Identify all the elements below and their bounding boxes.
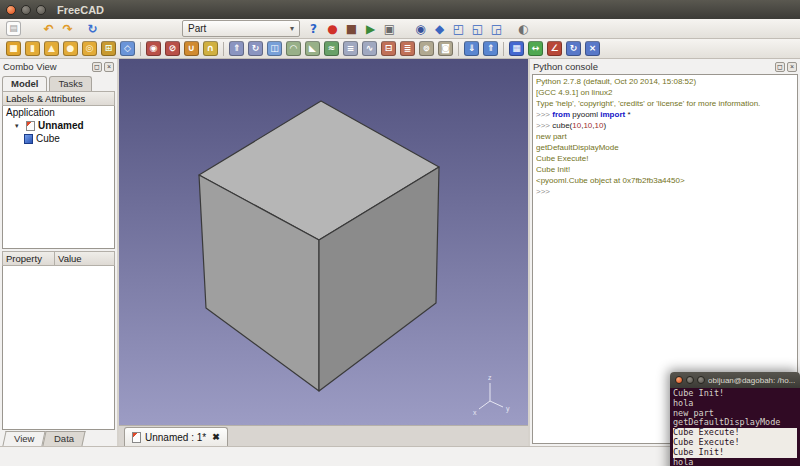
part-thickness-icon[interactable]: ◙ bbox=[436, 39, 455, 58]
terminal-title: obijuan@dagobah: /ho... bbox=[708, 376, 795, 385]
part-mirror-icon[interactable]: ◫ bbox=[265, 39, 284, 58]
combo-view-header: Combo View ◻ × bbox=[0, 59, 117, 74]
part-import-icon[interactable]: ⇓ bbox=[462, 39, 481, 58]
new-document-icon[interactable]: ▤ bbox=[4, 19, 23, 38]
part-loft-icon[interactable]: ≡ bbox=[341, 39, 360, 58]
macro-edit-icon[interactable]: ▣ bbox=[380, 19, 399, 38]
part-torus-icon[interactable]: ◎ bbox=[80, 39, 99, 58]
window-maximize-icon[interactable] bbox=[36, 5, 46, 15]
tab-model[interactable]: Model bbox=[2, 76, 47, 91]
toolbar-main-right: ?●■▶▣◉◆◰◱◲◐ bbox=[300, 19, 533, 38]
freecad-document-icon bbox=[132, 432, 141, 443]
tab-tasks[interactable]: Tasks bbox=[49, 76, 91, 91]
part-offset-icon[interactable]: ⊚ bbox=[417, 39, 436, 58]
tree-item-cube[interactable]: Cube bbox=[3, 132, 114, 145]
freecad-window: FreeCAD ▤↶↷↻ Part ▾ ?●■▶▣◉◆◰◱◲◐ ■▮▲●◎⊞◇◉… bbox=[0, 0, 800, 466]
terminal-window[interactable]: obijuan@dagobah: /ho... Cube Init!holane… bbox=[670, 372, 800, 466]
tree-item-label: Cube bbox=[36, 133, 60, 144]
icon-glyph: ↻ bbox=[566, 41, 581, 56]
toolbar-main-left: ▤↶↷↻ bbox=[4, 19, 182, 38]
icon-glyph: ↻ bbox=[85, 21, 100, 36]
3d-viewport[interactable]: z y x bbox=[119, 59, 528, 425]
tab-view-label: View bbox=[14, 433, 34, 444]
console-line: Python 2.7.8 (default, Oct 20 2014, 15:0… bbox=[536, 76, 794, 87]
part-box-icon[interactable]: ■ bbox=[4, 39, 23, 58]
part-sweep-icon[interactable]: ∿ bbox=[360, 39, 379, 58]
tree-item-unnamed[interactable]: ▾Unnamed bbox=[3, 119, 114, 132]
refresh-icon[interactable]: ↻ bbox=[83, 19, 102, 38]
undo-icon[interactable]: ↶ bbox=[39, 19, 58, 38]
tab-data[interactable]: Data bbox=[43, 431, 86, 446]
part-cut-icon[interactable]: ⊘ bbox=[163, 39, 182, 58]
float-panel-icon[interactable]: ◻ bbox=[775, 62, 785, 72]
icon-glyph: ◆ bbox=[432, 21, 447, 36]
workbench-selector[interactable]: Part ▾ bbox=[182, 20, 300, 37]
tree-item-label: Unnamed bbox=[38, 120, 84, 131]
part-shape-builder-icon[interactable]: ◇ bbox=[118, 39, 137, 58]
right-view-icon[interactable]: ◲ bbox=[487, 19, 506, 38]
window-close-icon[interactable] bbox=[6, 5, 16, 15]
icon-glyph: ⇓ bbox=[464, 41, 479, 56]
icon-glyph: ∠ bbox=[547, 41, 562, 56]
value-column-header[interactable]: Value bbox=[54, 251, 115, 266]
close-panel-icon[interactable]: × bbox=[787, 62, 797, 72]
close-panel-icon[interactable]: × bbox=[104, 62, 114, 72]
redo-icon[interactable]: ↷ bbox=[58, 19, 77, 38]
top-view-icon[interactable]: ◱ bbox=[468, 19, 487, 38]
terminal-line: hola bbox=[673, 458, 797, 466]
document-tab-bar: Unnamed : 1* ✖ bbox=[119, 425, 528, 446]
window-minimize-icon[interactable] bbox=[21, 5, 31, 15]
part-revolve-icon[interactable]: ↻ bbox=[246, 39, 265, 58]
box-selection-icon[interactable]: ▦ bbox=[507, 39, 526, 58]
part-ruled-surface-icon[interactable]: ≈ bbox=[322, 39, 341, 58]
part-intersection-icon[interactable]: ∩ bbox=[201, 39, 220, 58]
part-boolean-icon[interactable]: ◉ bbox=[144, 39, 163, 58]
document-tab[interactable]: Unnamed : 1* ✖ bbox=[124, 427, 228, 446]
expander-icon[interactable]: ▾ bbox=[15, 122, 23, 130]
terminal-close-icon[interactable] bbox=[675, 376, 683, 384]
terminal-maximize-icon[interactable] bbox=[697, 376, 705, 384]
axonometric-view-icon[interactable]: ◆ bbox=[430, 19, 449, 38]
part-union-icon[interactable]: ∪ bbox=[182, 39, 201, 58]
macro-stop-icon[interactable]: ■ bbox=[342, 19, 361, 38]
front-view-icon[interactable]: ◰ bbox=[449, 19, 468, 38]
property-column-header[interactable]: Property bbox=[2, 251, 54, 266]
whats-this-icon[interactable]: ? bbox=[304, 19, 323, 38]
terminal-minimize-icon[interactable] bbox=[686, 376, 694, 384]
axis-x-label: x bbox=[473, 409, 477, 415]
combo-view-panel: Combo View ◻ × Model Tasks Labels & Attr… bbox=[0, 59, 119, 446]
icon-glyph: ∪ bbox=[184, 41, 199, 56]
measure-angular-icon[interactable]: ∠ bbox=[545, 39, 564, 58]
float-panel-icon[interactable]: ◻ bbox=[92, 62, 102, 72]
icon-glyph: ◙ bbox=[438, 41, 453, 56]
measure-refresh-icon[interactable]: ↻ bbox=[564, 39, 583, 58]
terminal-output[interactable]: Cube Init!holanew partgetDefaultDisplayM… bbox=[670, 388, 800, 466]
part-chamfer-icon[interactable]: ◣ bbox=[303, 39, 322, 58]
part-cone-icon[interactable]: ▲ bbox=[42, 39, 61, 58]
python-console-title: Python console bbox=[533, 61, 775, 72]
icon-glyph: ∿ bbox=[362, 41, 377, 56]
cube-3d-object[interactable] bbox=[119, 59, 528, 425]
part-extrude-icon[interactable]: ⇑ bbox=[227, 39, 246, 58]
tab-view[interactable]: View bbox=[2, 431, 46, 446]
icon-glyph: ∩ bbox=[203, 41, 218, 56]
measure-linear-icon[interactable]: ↔ bbox=[526, 39, 545, 58]
part-cross-sections-icon[interactable]: ≣ bbox=[398, 39, 417, 58]
appearance-icon[interactable]: ◐ bbox=[514, 19, 533, 38]
tree-item-application[interactable]: Application bbox=[3, 106, 114, 119]
measure-clear-icon[interactable]: × bbox=[583, 39, 602, 58]
close-tab-icon[interactable]: ✖ bbox=[212, 432, 220, 442]
part-section-icon[interactable]: ⊟ bbox=[379, 39, 398, 58]
part-fillet-icon[interactable]: ◠ bbox=[284, 39, 303, 58]
macro-execute-icon[interactable]: ▶ bbox=[361, 19, 380, 38]
part-sphere-icon[interactable]: ● bbox=[61, 39, 80, 58]
zoom-fit-icon[interactable]: ◉ bbox=[411, 19, 430, 38]
part-cylinder-icon[interactable]: ▮ bbox=[23, 39, 42, 58]
model-tree[interactable]: Application▾UnnamedCube bbox=[2, 106, 115, 249]
part-primitives-icon[interactable]: ⊞ bbox=[99, 39, 118, 58]
macro-record-icon[interactable]: ● bbox=[323, 19, 342, 38]
part-export-icon[interactable]: ⇑ bbox=[481, 39, 500, 58]
icon-glyph: ■ bbox=[6, 41, 21, 56]
property-table-body[interactable] bbox=[2, 266, 115, 430]
terminal-title-bar[interactable]: obijuan@dagobah: /ho... bbox=[670, 372, 800, 388]
